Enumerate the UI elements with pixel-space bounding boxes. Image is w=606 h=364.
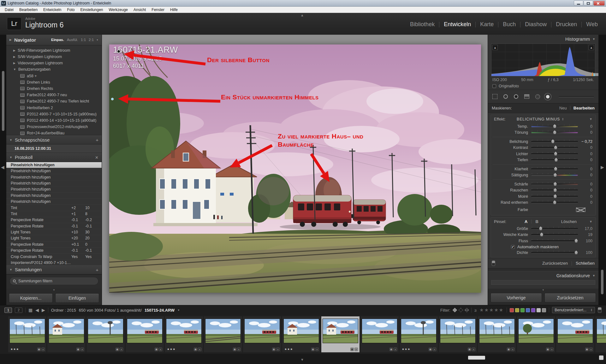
slider-track[interactable] (531, 184, 578, 185)
menu-item-entwickeln[interactable]: Entwickeln (40, 7, 64, 13)
module-tab-web[interactable]: Web (586, 21, 598, 28)
collections-collapse-icon[interactable]: ▼ (9, 268, 12, 271)
preset-group[interactable]: ▶S/W-Filtervorgaben Lightroom (6, 47, 102, 54)
slider-track[interactable] (531, 126, 578, 127)
chevron-right-icon[interactable]: ▶ (13, 55, 15, 58)
preset-item[interactable]: Rot+24-außerbeiBlau (6, 130, 102, 135)
snapshots-collapse-icon[interactable]: ▼ (9, 138, 12, 142)
collections-add-icon[interactable]: + (96, 267, 98, 273)
filmstrip-thumbnail[interactable]: ▦± (556, 316, 594, 352)
adjustment-badge-icon[interactable]: ± (41, 348, 45, 351)
slider-track[interactable] (531, 240, 578, 242)
chevron-right-icon[interactable]: ▶ (13, 49, 15, 52)
grid-view-icon[interactable]: ▦ (28, 308, 33, 313)
paste-button[interactable]: Einfügen (55, 293, 99, 303)
color-filter-chip[interactable] (531, 308, 535, 312)
crop-badge-icon[interactable]: ▦ (272, 348, 276, 351)
monitor-2-button[interactable]: 2 (15, 308, 22, 313)
histogram-header[interactable]: Histogramm ▼ (488, 35, 598, 44)
filmstrip-thumbnail[interactable]: ★★★▦± (282, 316, 320, 352)
history-item[interactable]: Perspective Rotate-0.1-0.2 (6, 217, 102, 223)
slider-track[interactable] (531, 159, 578, 161)
history-item[interactable]: Light Tones+1030 (6, 229, 102, 235)
tone-curve-collapse-icon[interactable]: ▼ (592, 274, 595, 277)
collections-filter-input[interactable]: Sammlungen filtern (9, 277, 98, 285)
history-item[interactable]: Pinselstrich hinzufügen (6, 199, 102, 205)
history-clear-icon[interactable]: ✕ (95, 155, 98, 160)
preset-group[interactable]: ▶Videovorgaben Lightroom (6, 60, 102, 66)
crop-badge-icon[interactable]: ▦ (155, 348, 158, 351)
filmstrip-thumbnail[interactable]: ★★★▦± (400, 316, 438, 352)
brush-pin[interactable] (117, 50, 121, 53)
right-panel-caret-icon[interactable]: ▼ (488, 289, 598, 291)
history-item[interactable]: Tint+18 (6, 211, 102, 217)
monitor-1-button[interactable]: 1 (4, 308, 12, 313)
collapse-right-panel-icon[interactable]: ▶ (601, 165, 604, 170)
slider-track[interactable] (531, 168, 578, 170)
slider-track[interactable] (531, 132, 578, 133)
effect-spinner-icon[interactable]: ▲▼ (562, 118, 564, 121)
tone-curve-header[interactable]: Gradationskurve ▼ (488, 271, 598, 280)
filmstrip-thumbnail[interactable]: ★★★▦± (165, 316, 203, 352)
menu-item-werkzeuge[interactable]: Werkzeuge (106, 7, 131, 13)
rating-stars[interactable]: ★★★★★ (479, 307, 504, 313)
adjustment-badge-icon[interactable]: ± (159, 348, 162, 351)
crop-badge-icon[interactable]: ▦ (468, 348, 471, 351)
adjustment-badge-icon[interactable]: ± (80, 348, 84, 351)
filter-preset-dropdown[interactable]: Benutzerdefiniert... ▲▼ (552, 307, 595, 313)
left-panel-scrollbar[interactable] (2, 71, 4, 131)
crop-badge-icon[interactable]: ▦ (585, 348, 589, 351)
minimize-button[interactable] (574, 1, 583, 6)
preset-item[interactable]: a58 + (6, 73, 102, 79)
mask-edit-button[interactable]: Bearbeiten (573, 106, 595, 110)
next-photo-icon[interactable]: ▶ (42, 308, 45, 313)
navigator-zoom-option[interactable]: Ausfül. (67, 38, 78, 42)
histogram[interactable]: ▲ ▲ (491, 44, 595, 76)
rating-operator[interactable]: ≥ (474, 308, 477, 313)
module-tab-buch[interactable]: Buch (503, 21, 516, 28)
filmstrip-thumbnail[interactable]: ▦± (478, 316, 516, 352)
filmstrip-thumbnail[interactable]: ▦± (595, 316, 606, 352)
history-collapse-icon[interactable]: ▼ (9, 156, 12, 159)
slider-track[interactable] (531, 196, 578, 197)
slider-track[interactable] (531, 228, 578, 229)
history-item[interactable]: Importieren/P2012 4900-7 +10-10+15-15 (a… (6, 260, 102, 265)
adjustment-badge-icon[interactable]: ± (237, 348, 241, 351)
menu-item-foto[interactable]: Foto (64, 7, 77, 13)
color-filter-chip[interactable] (520, 308, 525, 312)
history-item[interactable]: Perspective Rotate+0.10 (6, 242, 102, 248)
photo-view[interactable]: 150715-21.ARW 15.07.2015 9:41:35 6017 x … (109, 44, 481, 293)
preset-item[interactable]: Farbe2012 4900-7 neu (6, 92, 102, 98)
filmstrip-thumbnail[interactable]: ▦± (204, 316, 242, 352)
crop-badge-icon[interactable]: ▦ (546, 348, 550, 351)
crop-tool-icon[interactable] (492, 94, 497, 99)
preset-item[interactable]: Prozesswechsel2012-mitAusgleich (6, 124, 102, 130)
brush-erase-button[interactable]: Löschen (561, 219, 577, 224)
filmstrip-thumbnail[interactable]: ▦± (126, 316, 164, 352)
mask-close-button[interactable]: Schließen (576, 261, 595, 266)
filmstrip-thumbnail[interactable]: ▦± (321, 316, 359, 352)
crop-badge-icon[interactable]: ▦ (37, 348, 41, 351)
navigator-zoom-option[interactable]: 2:1 (89, 38, 94, 42)
crop-badge-icon[interactable]: ▦ (233, 348, 236, 351)
history-item[interactable]: Pinselstrich hinzufügen (6, 174, 102, 180)
collapse-left-panel-icon[interactable]: ◀ (1, 165, 4, 170)
color-filter-chip[interactable] (542, 308, 546, 312)
menu-item-hilfe[interactable]: Hilfe (167, 7, 181, 13)
preset-item[interactable]: Herbstfarben 2 (6, 104, 102, 111)
filter-toggle-switch-icon[interactable] (598, 307, 602, 313)
adjustment-badge-icon[interactable]: ± (120, 348, 123, 351)
copy-button[interactable]: Kopieren... (9, 293, 53, 303)
previous-photo-icon[interactable]: ◀ (35, 308, 39, 313)
history-item[interactable]: Tint+210 (6, 205, 102, 211)
color-filter-chip[interactable] (510, 308, 514, 312)
preset-group[interactable]: ▼Benutzervorgaben (6, 66, 102, 73)
window-titlebar[interactable]: Lr Lightroom Catalog - Adobe Photoshop L… (0, 0, 606, 7)
menu-item-ansicht[interactable]: Ansicht (131, 7, 149, 13)
history-item[interactable]: Pinselstrich hinzufügen (6, 193, 102, 199)
adjustment-badge-icon[interactable]: ± (433, 348, 436, 351)
adjustment-brush-tool-icon[interactable] (546, 95, 550, 98)
slider-track[interactable] (531, 202, 578, 203)
effect-collapse-icon[interactable]: ▼ (589, 117, 592, 121)
history-item[interactable]: Pinselstrich hinzufügen (6, 162, 102, 168)
